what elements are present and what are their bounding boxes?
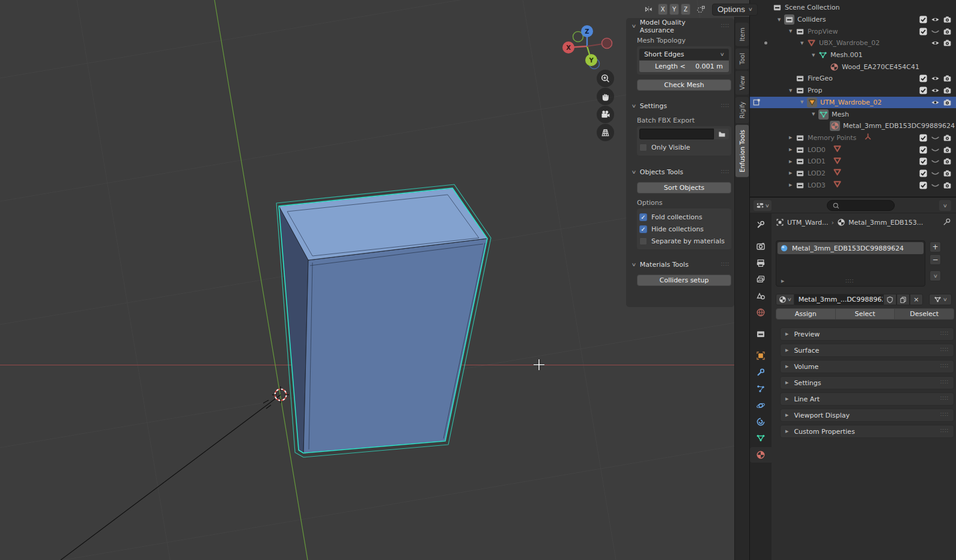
collection-checkbox[interactable] — [919, 169, 928, 178]
link-material-dropdown[interactable]: ∨ — [929, 294, 952, 305]
eye-closed-icon[interactable] — [931, 169, 940, 178]
gizmo-neg-x[interactable] — [602, 38, 612, 49]
hide-collections-checkbox[interactable]: ✓ — [639, 225, 647, 233]
outliner-row-lod3[interactable]: ▶LOD3 — [750, 179, 956, 191]
colliders-setup-button[interactable]: Colliders setup — [637, 275, 731, 286]
breadcrumb-material[interactable]: Metal_3mm_EDB153... — [848, 219, 923, 227]
expand-right-arrow[interactable]: ▶ — [789, 147, 796, 152]
camera-toggle-icon[interactable] — [943, 98, 952, 107]
eye-open-icon[interactable] — [931, 98, 940, 107]
expand-down-arrow[interactable]: ▼ — [812, 112, 818, 117]
material-slot-item[interactable]: Metal_3mm_EDB153DC99889624 — [778, 242, 924, 254]
pan-tool-button[interactable] — [597, 88, 614, 105]
properties-tab-collection[interactable] — [750, 326, 772, 342]
outliner-row-scene-collection[interactable]: Scene Collection — [750, 2, 956, 14]
eye-closed-icon[interactable] — [931, 145, 940, 154]
collection-checkbox[interactable] — [919, 15, 928, 24]
panel-header-model-quality[interactable]: ∨ Model Quality Assurance — [626, 21, 734, 31]
expand-down-arrow[interactable]: ▼ — [778, 17, 784, 22]
collection-checkbox[interactable] — [919, 133, 928, 142]
mirror-x-button[interactable]: X — [658, 4, 668, 15]
outliner-row-mesh[interactable]: ▼Mesh — [750, 108, 956, 120]
properties-tab-render[interactable] — [750, 239, 772, 254]
properties-tab-particles[interactable] — [750, 381, 772, 397]
proportional-editing-icon[interactable] — [696, 5, 705, 14]
panel-header-materials-tools[interactable]: ∨ Materials Tools — [626, 260, 734, 270]
properties-tab-view-layer[interactable] — [750, 272, 772, 287]
eye-open-icon[interactable] — [931, 86, 940, 95]
collection-checkbox[interactable] — [919, 157, 928, 166]
camera-toggle-icon[interactable] — [943, 145, 952, 154]
camera-toggle-icon[interactable] — [943, 27, 952, 36]
expand-down-arrow[interactable]: ▼ — [800, 41, 807, 46]
fake-user-shield-button[interactable] — [883, 294, 897, 305]
outliner-row-propview[interactable]: ▼PropView — [750, 25, 956, 37]
expand-down-arrow[interactable]: ▼ — [800, 100, 807, 105]
unlink-material-button[interactable]: × — [910, 294, 923, 305]
eye-closed-icon[interactable] — [931, 133, 940, 142]
collection-checkbox[interactable] — [919, 181, 928, 190]
separate-by-materials-checkbox[interactable]: ✓ — [639, 237, 647, 245]
drag-handle-dots[interactable] — [940, 397, 949, 401]
editor-type-dropdown[interactable]: ∨ — [754, 200, 772, 211]
remove-slot-button[interactable]: − — [930, 254, 941, 265]
drag-handle-dots[interactable] — [721, 170, 729, 175]
perspective-toggle-button[interactable] — [597, 124, 614, 141]
drag-handle-dots[interactable] — [721, 24, 729, 29]
properties-tab-object-data[interactable] — [750, 430, 772, 446]
resize-handle-dots[interactable] — [845, 279, 854, 284]
drag-handle-dots[interactable] — [940, 348, 949, 353]
camera-toggle-icon[interactable] — [943, 74, 952, 83]
assign-button[interactable]: Assign — [776, 308, 836, 320]
edge-mode-dropdown[interactable]: Short Edges ∨ — [639, 49, 729, 60]
camera-toggle-icon[interactable] — [943, 86, 952, 95]
properties-tab-physics[interactable] — [750, 398, 772, 413]
properties-tab-object[interactable] — [750, 348, 772, 364]
options-dropdown[interactable]: Options ∨ — [712, 4, 758, 16]
camera-toggle-icon[interactable] — [943, 169, 952, 178]
panel-header-objects-tools[interactable]: ∨ Objects Tools — [626, 167, 734, 177]
browse-material-dropdown[interactable]: ∨ — [776, 294, 794, 305]
sidebar-tab-tool[interactable]: Tool — [735, 48, 749, 69]
drag-handle-dots[interactable] — [940, 364, 949, 369]
select-button[interactable]: Select — [836, 308, 895, 320]
eye-closed-icon[interactable] — [931, 181, 940, 190]
eye-closed-icon[interactable] — [931, 157, 940, 166]
mirror-icon[interactable] — [644, 5, 653, 14]
expand-down-arrow[interactable]: ▼ — [789, 88, 796, 93]
panel-settings[interactable]: ▶Settings — [780, 376, 954, 389]
eye-open-icon[interactable] — [931, 38, 940, 47]
sort-objects-button[interactable]: Sort Objects — [637, 182, 731, 193]
deselect-button[interactable]: Deselect — [895, 308, 954, 320]
sidebar-tab-rigify[interactable]: Rigify — [735, 97, 749, 123]
drag-handle-dots[interactable] — [940, 380, 949, 385]
outliner-row-lod0[interactable]: ▶LOD0 — [750, 144, 956, 156]
slot-list-expand-arrow[interactable]: ▶ — [781, 279, 784, 284]
outliner-row-mesh-001[interactable]: ▼Mesh.001 — [750, 49, 956, 61]
gizmo-x-axis[interactable]: X — [562, 41, 574, 53]
zoom-tool-button[interactable] — [597, 70, 614, 87]
eye-closed-icon[interactable] — [931, 27, 940, 36]
mirror-y-button[interactable]: Y — [669, 4, 679, 15]
length-threshold-slider[interactable]: Length < 0.001 m — [639, 61, 729, 72]
search-input[interactable] — [827, 200, 895, 211]
camera-toggle-icon[interactable] — [943, 181, 952, 190]
expand-right-arrow[interactable]: ▶ — [789, 183, 796, 187]
outliner-row-colliders[interactable]: ▼Colliders — [750, 14, 956, 26]
eye-open-icon[interactable] — [931, 74, 940, 83]
mirror-z-button[interactable]: Z — [681, 4, 690, 15]
sidebar-tab-enfusion-tools[interactable]: Enfusion Tools — [735, 125, 749, 177]
sidebar-tab-item[interactable]: Item — [735, 23, 749, 46]
panel-surface[interactable]: ▶Surface — [780, 344, 954, 357]
copy-material-button[interactable] — [897, 294, 910, 305]
outliner-row-firegeo[interactable]: FireGeo — [750, 73, 956, 85]
drag-handle-dots[interactable] — [721, 263, 729, 267]
gizmo-y-axis[interactable]: Y — [585, 54, 597, 66]
gizmo-z-axis[interactable]: Z — [581, 25, 593, 37]
drag-handle-dots[interactable] — [940, 429, 949, 434]
properties-tab-constraints[interactable] — [750, 414, 772, 430]
breadcrumb-object[interactable]: UTM_Ward... — [787, 219, 828, 227]
drag-handle-dots[interactable] — [940, 332, 949, 336]
outliner-row-memory-points[interactable]: ▶Memory Points — [750, 132, 956, 144]
outliner-row-ubx-wardrobe-02[interactable]: ▼UBX_Wardrobe_02 — [750, 37, 956, 49]
